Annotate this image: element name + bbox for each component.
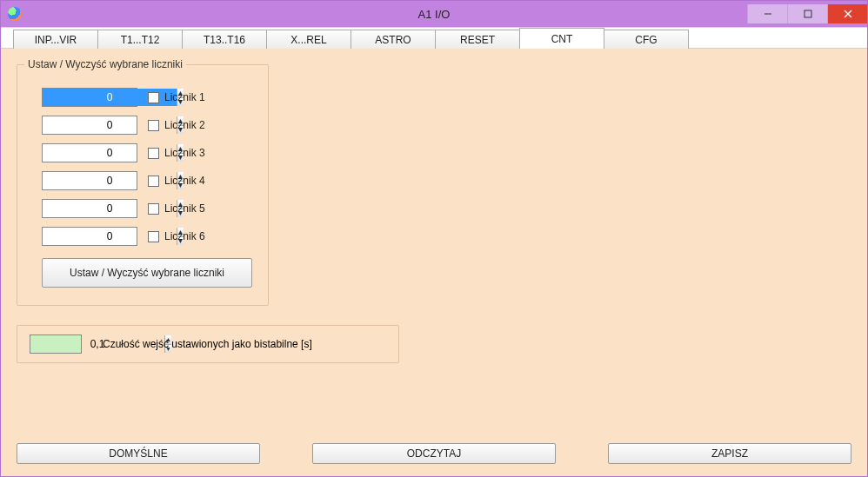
counter-row-5: ▲ ▼ Licznik 5 [42, 199, 252, 218]
tab-reset[interactable]: RESET [435, 30, 520, 49]
window-controls [747, 4, 867, 23]
counter-4-checkbox[interactable]: Licznik 4 [148, 175, 205, 187]
client-area: INP...VIR T1...T12 T13..T16 X...REL ASTR… [1, 27, 867, 476]
checkbox-box-icon [148, 120, 159, 131]
tab-t13-t16[interactable]: T13..T16 [182, 30, 267, 49]
tabstrip: INP...VIR T1...T12 T13..T16 X...REL ASTR… [1, 28, 867, 49]
counter-1-spinner[interactable]: ▲ ▼ [42, 88, 137, 107]
counter-2-spinner[interactable]: ▲ ▼ [42, 116, 137, 135]
minimize-icon [764, 10, 772, 18]
close-button[interactable] [827, 4, 867, 23]
counter-6-spinner[interactable]: ▲ ▼ [42, 227, 137, 246]
counter-5-spinner[interactable]: ▲ ▼ [42, 199, 137, 218]
checkbox-box-icon [148, 231, 159, 242]
app-icon [8, 7, 22, 21]
counter-1-checkbox[interactable]: Licznik 1 [148, 91, 205, 103]
counter-3-label: Licznik 3 [164, 147, 205, 159]
tab-cnt[interactable]: CNT [519, 28, 604, 49]
checkbox-box-icon [148, 176, 159, 187]
counter-row-6: ▲ ▼ Licznik 6 [42, 227, 252, 246]
counter-5-checkbox[interactable]: Licznik 5 [148, 202, 205, 215]
checkbox-box-icon [148, 203, 159, 215]
set-clear-counters-label: Ustaw / Wyczyść wybrane liczniki [70, 267, 224, 279]
maximize-button[interactable] [787, 4, 827, 23]
sensitivity-label: Czułość wejść ustawionych jako bistabiln… [103, 338, 312, 350]
counter-2-checkbox[interactable]: Licznik 2 [148, 119, 205, 131]
counter-6-checkbox[interactable]: Licznik 6 [148, 230, 205, 242]
write-button-label: ZAPISZ [711, 447, 748, 460]
tab-x-rel[interactable]: X...REL [266, 30, 351, 49]
counter-row-2: ▲ ▼ Licznik 2 [42, 116, 252, 135]
counter-2-label: Licznik 2 [164, 119, 205, 131]
counter-row-3: ▲ ▼ Licznik 3 [42, 143, 252, 162]
window-title: A1 I/O [1, 8, 867, 21]
tab-astro[interactable]: ASTRO [351, 30, 436, 49]
minimize-button[interactable] [747, 4, 787, 23]
groupbox-legend: Ustaw / Wyczyść wybrane liczniki [24, 58, 186, 70]
tab-t1-t12[interactable]: T1...T12 [97, 30, 183, 49]
default-button[interactable]: DOMYŚLNE [17, 443, 260, 464]
counter-4-spinner[interactable]: ▲ ▼ [42, 171, 137, 190]
checkbox-box-icon [148, 92, 159, 103]
sensitivity-spinner[interactable]: ▲ ▼ [30, 335, 82, 354]
titlebar: A1 I/O [1, 1, 867, 27]
bottom-button-bar: DOMYŚLNE ODCZYTAJ ZAPISZ [17, 443, 851, 464]
counter-3-spinner[interactable]: ▲ ▼ [42, 143, 137, 162]
read-button-label: ODCZYTAJ [407, 447, 461, 460]
tab-inp-vir[interactable]: INP...VIR [13, 30, 98, 49]
counter-1-label: Licznik 1 [164, 91, 205, 103]
app-window: A1 I/O INP...VIR T1...T12 T13..T16 X...R… [0, 0, 868, 477]
maximize-icon [804, 10, 812, 18]
tab-cfg[interactable]: CFG [604, 30, 689, 49]
counter-3-checkbox[interactable]: Licznik 3 [148, 147, 205, 159]
checkbox-box-icon [148, 148, 159, 159]
tabpage-cnt: Ustaw / Wyczyść wybrane liczniki ▲ ▼ Lic… [1, 49, 867, 476]
counter-4-label: Licznik 4 [164, 175, 205, 187]
read-button[interactable]: ODCZYTAJ [312, 443, 556, 464]
counters-groupbox: Ustaw / Wyczyść wybrane liczniki ▲ ▼ Lic… [17, 64, 269, 306]
counter-row-4: ▲ ▼ Licznik 4 [42, 171, 252, 190]
set-clear-counters-button[interactable]: Ustaw / Wyczyść wybrane liczniki [42, 258, 252, 288]
counter-6-label: Licznik 6 [164, 230, 205, 242]
close-icon [844, 10, 852, 18]
svg-rect-1 [805, 10, 811, 17]
write-button[interactable]: ZAPISZ [608, 443, 851, 464]
counter-5-label: Licznik 5 [164, 202, 205, 215]
sensitivity-panel: ▲ ▼ Czułość wejść ustawionych jako bista… [17, 325, 399, 363]
default-button-label: DOMYŚLNE [109, 447, 167, 460]
counter-row-1: ▲ ▼ Licznik 1 [42, 88, 252, 107]
